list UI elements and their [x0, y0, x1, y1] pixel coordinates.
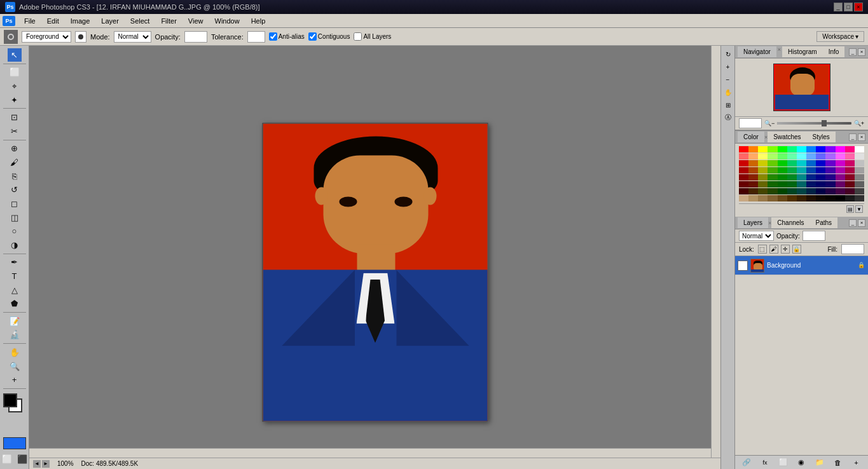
- swatch-cell[interactable]: [787, 181, 797, 187]
- swatch-cell[interactable]: [816, 160, 825, 167]
- swatch-cell[interactable]: [825, 188, 835, 194]
- tab-layers[interactable]: Layers: [738, 217, 768, 228]
- dodge-tool[interactable]: ◑: [8, 238, 22, 252]
- zoom-slider-thumb[interactable]: [822, 120, 827, 126]
- swatch-cell[interactable]: [748, 195, 758, 201]
- zoom-input[interactable]: 100%: [739, 118, 762, 128]
- mode-select[interactable]: Normal: [114, 31, 151, 43]
- swatch-cell[interactable]: [758, 181, 768, 187]
- swatch-cell[interactable]: [797, 181, 806, 187]
- notes-tool[interactable]: 📝: [8, 315, 22, 328]
- swatch-cell[interactable]: [768, 146, 777, 153]
- marquee-tool[interactable]: ⬜: [8, 66, 22, 79]
- layer-visibility-eye[interactable]: 👁: [738, 261, 748, 271]
- swatch-cell[interactable]: [748, 181, 758, 187]
- blur-tool[interactable]: ○: [8, 224, 22, 238]
- swatch-cell[interactable]: [845, 195, 855, 201]
- lock-all-button[interactable]: 🔒: [792, 245, 801, 254]
- swatch-cell[interactable]: [748, 188, 758, 194]
- swatch-cell[interactable]: [806, 146, 816, 153]
- gradient-tool[interactable]: ◫: [8, 211, 22, 224]
- swatch-cell[interactable]: [816, 195, 825, 201]
- swatch-cell[interactable]: [768, 195, 777, 201]
- swatch-cell[interactable]: [787, 195, 797, 201]
- delete-layer-button[interactable]: 🗑: [832, 458, 844, 468]
- swatch-cell[interactable]: [797, 188, 806, 194]
- swatch-cell[interactable]: [855, 188, 864, 194]
- vertical-scrollbar[interactable]: [711, 46, 720, 458]
- swatch-cell[interactable]: [855, 174, 864, 180]
- workspace-button[interactable]: Workspace ▾: [816, 31, 864, 42]
- shape-tool[interactable]: ⬟: [8, 297, 22, 310]
- swatch-cell[interactable]: [778, 160, 787, 167]
- swatch-cell[interactable]: [739, 153, 748, 160]
- swatch-cell[interactable]: [768, 188, 777, 194]
- clone-tool[interactable]: ⎘: [8, 170, 22, 183]
- quick-mask-button[interactable]: [3, 437, 26, 449]
- swatch-cell[interactable]: [836, 167, 845, 173]
- swatch-cell[interactable]: [739, 188, 748, 194]
- swatch-cell[interactable]: [855, 160, 864, 167]
- swatch-cell[interactable]: [797, 146, 806, 153]
- pen-tool[interactable]: ✒: [8, 256, 22, 269]
- swatch-cell[interactable]: [748, 146, 758, 153]
- swatch-cell[interactable]: [778, 146, 787, 153]
- tab-styles[interactable]: Styles: [807, 132, 836, 142]
- swatch-cell[interactable]: [768, 160, 777, 167]
- swatch-cell[interactable]: [797, 174, 806, 180]
- swatch-cell[interactable]: [748, 167, 758, 173]
- swatch-cell[interactable]: [739, 174, 748, 180]
- swatch-cell[interactable]: [836, 188, 845, 194]
- magic-wand-tool[interactable]: ✦: [8, 93, 22, 107]
- swatch-cell[interactable]: [768, 167, 777, 173]
- crop-tool[interactable]: ⊡: [8, 111, 22, 124]
- anti-alias-label[interactable]: Anti-alias: [269, 32, 305, 41]
- swatch-cell[interactable]: [825, 181, 835, 187]
- zoom-out-icon[interactable]: −: [722, 74, 734, 85]
- extra-tool[interactable]: +: [8, 373, 22, 386]
- menu-help[interactable]: Help: [246, 16, 271, 26]
- swatch-cell[interactable]: [778, 181, 787, 187]
- screen-mode-standard[interactable]: ⬜: [0, 452, 14, 466]
- swatch-cell[interactable]: [739, 181, 748, 187]
- swatch-cell[interactable]: [768, 153, 777, 160]
- zoom-in-small[interactable]: 🔍+: [854, 120, 864, 126]
- layer-item-background[interactable]: 👁 Background 🔒: [735, 256, 868, 275]
- swatch-cell[interactable]: [816, 167, 825, 173]
- menu-file[interactable]: File: [19, 16, 41, 26]
- swatch-cell[interactable]: [825, 146, 835, 153]
- menu-window[interactable]: Window: [210, 16, 245, 26]
- swatch-cell[interactable]: [806, 167, 816, 173]
- swatch-cell[interactable]: [748, 174, 758, 180]
- tab-swatches[interactable]: Swatches: [768, 132, 806, 142]
- tab-color[interactable]: Color: [738, 132, 764, 142]
- swatch-cell[interactable]: [806, 174, 816, 180]
- swatch-cell[interactable]: [836, 153, 845, 160]
- tab-histogram[interactable]: Histogram: [782, 46, 823, 57]
- swatch-cell[interactable]: [806, 195, 816, 201]
- anti-alias-checkbox[interactable]: [269, 32, 277, 41]
- swatch-cell[interactable]: [739, 195, 748, 201]
- swatch-cell[interactable]: [845, 181, 855, 187]
- swatch-cell[interactable]: [806, 153, 816, 160]
- swatch-cell[interactable]: [836, 160, 845, 167]
- swatch-cell[interactable]: [797, 160, 806, 167]
- swatch-cell[interactable]: [768, 181, 777, 187]
- text-tool[interactable]: T: [8, 269, 22, 283]
- swatch-cell[interactable]: [758, 167, 768, 173]
- tolerance-input[interactable]: 32: [247, 31, 265, 43]
- lock-image-button[interactable]: 🖌: [769, 245, 778, 254]
- move-tool[interactable]: ↖: [8, 48, 22, 62]
- menu-image[interactable]: Image: [65, 16, 95, 26]
- nav-right-button[interactable]: ►: [42, 460, 50, 468]
- swatch-cell[interactable]: [797, 195, 806, 201]
- contiguous-checkbox[interactable]: [308, 32, 317, 41]
- maximize-button[interactable]: □: [844, 3, 853, 11]
- swatch-cell[interactable]: [739, 160, 748, 167]
- swatch-cell[interactable]: [787, 153, 797, 160]
- swatch-cell[interactable]: [816, 153, 825, 160]
- swatch-cell[interactable]: [816, 146, 825, 153]
- healing-tool[interactable]: ⊕: [8, 142, 22, 156]
- link-layers-button[interactable]: 🔗: [741, 458, 752, 468]
- path-tool[interactable]: △: [8, 283, 22, 297]
